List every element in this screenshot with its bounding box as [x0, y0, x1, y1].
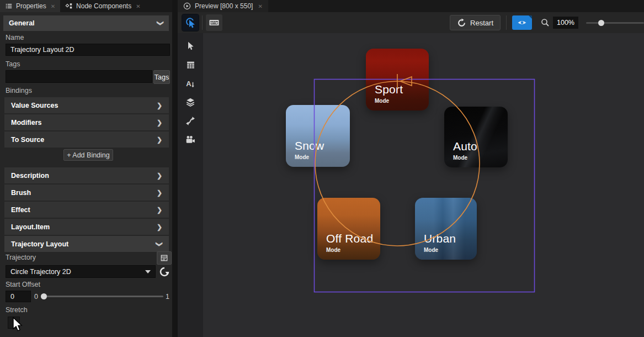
properties-list-icon [5, 2, 13, 10]
text-tool-button[interactable]: A [181, 74, 200, 93]
tab-preview[interactable]: Preview [800 x 550] ✕ [178, 0, 268, 12]
transition-tool-button[interactable] [181, 112, 200, 130]
card-sport[interactable]: Sport Mode [366, 49, 429, 110]
trajectory-layout-label: Trajectory Layout [11, 240, 68, 248]
card-sport-title: Sport [375, 83, 403, 96]
tab-node-components[interactable]: Node Components ✕ [60, 0, 145, 12]
chevron-right-icon: ❯ [157, 189, 162, 197]
section-layout-item[interactable]: Layout.Item ❯ [4, 219, 169, 235]
preview-toolbar: Restart 100% [178, 12, 644, 33]
card-off-road[interactable]: Off Road Mode [317, 198, 380, 260]
tab-properties-close-icon[interactable]: ✕ [51, 3, 55, 9]
chevron-right-icon: ❯ [157, 206, 162, 214]
name-label: Name [6, 34, 24, 41]
start-offset-label: Start Offset [6, 281, 40, 288]
trajectory-dropdown[interactable]: Circle Trajectory 2D [6, 265, 156, 278]
interact-cursor-icon [184, 17, 196, 29]
camera-tool-button[interactable] [181, 130, 200, 149]
tags-button[interactable]: Tags [153, 70, 170, 84]
trajectory-dropdown-value: Circle Trajectory 2D [10, 268, 71, 276]
chevron-right-icon: ❯ [157, 119, 162, 127]
layers-tool-button[interactable] [181, 93, 200, 112]
tab-node-components-close-icon[interactable]: ✕ [136, 3, 140, 9]
zoom-magnifier-icon [541, 18, 550, 27]
trajectory-editor-button[interactable] [157, 251, 172, 265]
section-general[interactable]: General ❯ [3, 15, 169, 31]
preview-zoom-slider [586, 14, 644, 31]
modifiers-label: Modifiers [11, 119, 42, 127]
section-trajectory-layout[interactable]: Trajectory Layout ❯ [4, 236, 169, 252]
zoom-value: 100% [557, 19, 574, 27]
add-binding-button[interactable]: + Add Binding [63, 149, 113, 161]
chevron-right-icon: ❯ [157, 102, 162, 109]
zoom-slider-handle[interactable] [598, 20, 604, 26]
trajectory-label: Trajectory [6, 254, 36, 261]
select-tool-button[interactable] [181, 36, 200, 55]
video-camera-icon [185, 135, 195, 145]
preview-canvas[interactable]: Sport Mode Snow Mode Auto Mode Off Road … [203, 33, 644, 337]
start-offset-slider-track[interactable] [43, 296, 163, 297]
window-icon [160, 254, 168, 262]
grid-icon [186, 60, 195, 70]
dropdown-corner-icon [529, 15, 532, 19]
card-sport-subtitle: Mode [375, 98, 403, 104]
bindings-row-value-sources[interactable]: Value Sources ❯ [4, 97, 169, 113]
card-snow-subtitle: Mode [295, 154, 324, 160]
effect-label: Effect [11, 206, 30, 214]
name-input[interactable] [6, 44, 170, 56]
text-anchor-icon: A [185, 78, 195, 88]
bindings-label: Bindings [6, 87, 32, 94]
toolbar-separator [506, 15, 507, 30]
tab-properties-label: Properties [16, 2, 46, 10]
tab-preview-label: Preview [800 x 550] [195, 2, 253, 10]
brush-label: Brush [11, 189, 31, 197]
stretch-label: Stretch [6, 306, 28, 314]
card-urban[interactable]: Urban Mode [415, 198, 477, 260]
stretch-checkbox[interactable] [8, 317, 20, 329]
curved-arrows-icon [185, 116, 195, 126]
tags-button-label: Tags [155, 73, 169, 81]
tags-input[interactable] [6, 70, 152, 83]
card-auto[interactable]: Auto Mode [444, 107, 508, 167]
properties-panel: Properties ✕ Node Components ✕ General ❯… [0, 0, 172, 337]
chevron-right-icon: ❯ [157, 136, 162, 144]
add-binding-label: + Add Binding [67, 151, 110, 159]
grid-tool-button[interactable] [181, 55, 200, 74]
card-snow[interactable]: Snow Mode [286, 105, 350, 167]
visibility-button[interactable] [512, 15, 532, 30]
left-tab-bar: Properties ✕ Node Components ✕ [0, 0, 172, 12]
to-source-label: To Source [11, 136, 44, 144]
section-general-label: General [9, 19, 35, 27]
start-offset-input[interactable] [6, 291, 31, 302]
tab-preview-close-icon[interactable]: ✕ [258, 3, 262, 9]
zoom-value-box[interactable]: 100% [553, 17, 578, 29]
pointer-icon [185, 41, 195, 51]
restart-label: Restart [470, 19, 493, 27]
zoom-slider-track[interactable] [586, 22, 644, 24]
restart-icon [457, 18, 466, 28]
bindings-row-modifiers[interactable]: Modifiers ❯ [4, 114, 169, 130]
preview-tab-bar: Preview [800 x 550] ✕ [178, 0, 644, 12]
tab-properties[interactable]: Properties ✕ [0, 0, 60, 12]
panel-divider[interactable] [172, 0, 178, 337]
card-auto-title: Auto [453, 140, 477, 152]
interact-tool-button[interactable] [182, 14, 199, 31]
slider-max-label: 1 [166, 293, 169, 301]
card-auto-subtitle: Mode [453, 155, 477, 161]
start-offset-slider-handle[interactable] [41, 293, 47, 299]
circular-arrow-icon [159, 266, 170, 277]
chevron-right-icon: ❯ [157, 172, 162, 180]
node-components-icon [65, 2, 73, 10]
tab-node-components-label: Node Components [76, 2, 131, 10]
keyboard-tool-button[interactable] [206, 14, 222, 31]
section-brush[interactable]: Brush ❯ [4, 185, 169, 201]
bindings-row-to-source[interactable]: To Source ❯ [4, 131, 169, 148]
layout-item-label: Layout.Item [11, 223, 50, 231]
card-off-road-title: Off Road [326, 233, 373, 245]
section-effect[interactable]: Effect ❯ [4, 202, 169, 218]
section-description[interactable]: Description ❯ [4, 167, 169, 183]
value-sources-label: Value Sources [11, 102, 58, 109]
restart-button[interactable]: Restart [450, 15, 501, 30]
app-window: Properties ✕ Node Components ✕ General ❯… [0, 0, 644, 337]
trajectory-reset-button[interactable] [158, 265, 171, 278]
